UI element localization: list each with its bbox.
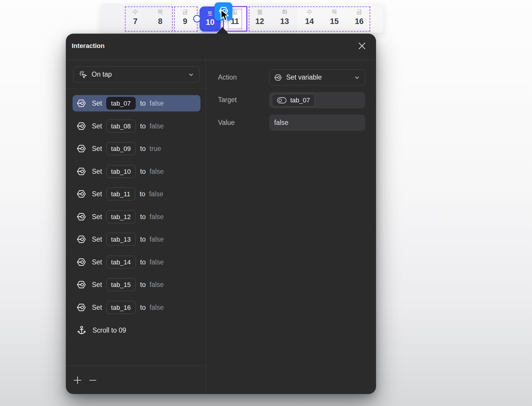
figma-canvas: 수 7 목 8 금 9 토 10 일 11 월 12 화 13 수 14 목 1… bbox=[0, 0, 532, 406]
set-variable-row[interactable]: Set tab_09 to true bbox=[73, 140, 200, 157]
minus-icon bbox=[88, 376, 97, 386]
day-of-week-label: 목 bbox=[148, 8, 173, 15]
set-label: Set bbox=[92, 145, 102, 153]
value-label: false bbox=[149, 190, 163, 198]
calendar-day-cell[interactable]: 화 13 bbox=[272, 4, 297, 33]
value-label: false bbox=[150, 258, 164, 266]
day-of-week-label: 월 bbox=[247, 8, 272, 15]
set-variable-row[interactable]: Set tab_11 to false bbox=[73, 186, 200, 202]
connection-handle[interactable] bbox=[193, 15, 201, 23]
to-label: to bbox=[140, 145, 146, 153]
day-of-week-label: 화 bbox=[272, 8, 297, 15]
trigger-divider bbox=[66, 89, 206, 89]
variable-hexagon-icon bbox=[76, 211, 87, 222]
variable-chip[interactable]: tab_07 bbox=[106, 97, 136, 110]
set-label: Set bbox=[92, 99, 102, 107]
day-of-week-label: 목 bbox=[322, 8, 347, 15]
value-label: Value bbox=[218, 119, 262, 127]
day-of-week-label: 수 bbox=[297, 8, 322, 15]
calendar-day-cell[interactable]: 목 15 bbox=[322, 4, 347, 33]
target-variable-chip[interactable]: tab_07 bbox=[272, 94, 315, 107]
action-type-dropdown[interactable]: Set variable bbox=[269, 69, 365, 85]
trigger-dropdown[interactable]: On tap bbox=[73, 66, 200, 82]
value-text: false bbox=[274, 119, 289, 127]
variable-chip[interactable]: tab_16 bbox=[106, 301, 136, 314]
calendar-days: 수 7 목 8 금 9 토 10 일 11 월 12 화 13 수 14 목 1… bbox=[123, 4, 372, 33]
set-label: Set bbox=[92, 258, 102, 266]
day-of-week-label: 금 bbox=[347, 8, 372, 15]
day-number: 14 bbox=[297, 16, 322, 26]
target-field[interactable]: tab_07 bbox=[269, 92, 365, 108]
variable-chip[interactable]: tab_10 bbox=[106, 165, 136, 178]
close-icon bbox=[358, 42, 366, 51]
chevron-down-icon bbox=[188, 71, 194, 78]
set-label: Set bbox=[92, 281, 102, 289]
calendar-day-cell[interactable]: 수 14 bbox=[297, 4, 322, 33]
remove-action-button[interactable] bbox=[87, 376, 98, 386]
day-number: 16 bbox=[347, 16, 372, 26]
set-label: Set bbox=[92, 168, 102, 176]
scroll-action-label: Scroll to 09 bbox=[92, 326, 126, 334]
set-label: Set bbox=[92, 235, 102, 243]
target-variable-name: tab_07 bbox=[290, 97, 310, 104]
to-label: to bbox=[140, 281, 146, 289]
value-label: false bbox=[150, 168, 164, 176]
to-label: to bbox=[140, 258, 146, 266]
value-label: false bbox=[150, 213, 164, 221]
to-label: to bbox=[140, 190, 145, 198]
calendar-day-cell[interactable]: 수 7 bbox=[123, 4, 148, 33]
calendar-day-cell[interactable]: 월 12 bbox=[247, 4, 272, 33]
action-type-value: Set variable bbox=[286, 73, 322, 81]
set-variable-row[interactable]: Set tab_12 to false bbox=[73, 209, 200, 225]
calendar-day-cell[interactable]: 목 8 bbox=[148, 4, 173, 33]
variable-chip[interactable]: tab_15 bbox=[106, 278, 136, 291]
day-number: 12 bbox=[247, 16, 272, 26]
set-label: Set bbox=[92, 304, 102, 312]
day-number: 8 bbox=[148, 16, 173, 26]
footer-divider bbox=[66, 366, 206, 366]
variable-hexagon-icon bbox=[76, 257, 87, 267]
day-of-week-label: 금 bbox=[173, 8, 198, 15]
close-button[interactable] bbox=[356, 41, 368, 52]
set-variable-row[interactable]: Set tab_14 to false bbox=[73, 254, 200, 270]
set-variable-row[interactable]: Set tab_10 to false bbox=[73, 163, 200, 180]
value-label: false bbox=[150, 99, 164, 107]
target-label: Target bbox=[218, 96, 262, 104]
variable-hexagon-icon bbox=[76, 166, 87, 177]
action-label: Action bbox=[218, 73, 262, 82]
plus-icon bbox=[73, 376, 82, 386]
set-variable-row[interactable]: Set tab_16 to false bbox=[73, 299, 200, 316]
set-variable-row[interactable]: Set tab_07 to false bbox=[73, 95, 200, 111]
value-label: false bbox=[150, 304, 164, 312]
chevron-down-icon bbox=[354, 74, 360, 81]
boolean-toggle-icon bbox=[277, 97, 287, 104]
dialog-title: Interaction bbox=[72, 42, 104, 50]
to-label: to bbox=[140, 122, 146, 130]
variable-chip[interactable]: tab_13 bbox=[106, 233, 136, 246]
value-field[interactable]: false bbox=[269, 115, 365, 131]
variable-chip[interactable]: tab_08 bbox=[106, 120, 136, 133]
variable-chip[interactable]: tab_09 bbox=[106, 142, 136, 155]
anchor-icon bbox=[77, 325, 87, 335]
variable-chip[interactable]: tab_11 bbox=[106, 187, 135, 200]
to-label: to bbox=[140, 99, 146, 107]
day-number: 15 bbox=[322, 16, 347, 26]
variable-hexagon-icon bbox=[274, 73, 282, 82]
set-variable-row[interactable]: Set tab_08 to false bbox=[73, 118, 200, 134]
set-variable-row[interactable]: Set tab_15 to false bbox=[73, 276, 200, 293]
add-action-button[interactable] bbox=[72, 376, 83, 386]
scroll-action-row[interactable]: Scroll to 09 bbox=[73, 322, 200, 338]
day-number: 7 bbox=[123, 16, 148, 26]
value-label: false bbox=[150, 235, 164, 243]
variable-chip[interactable]: tab_12 bbox=[106, 210, 136, 223]
day-number: 13 bbox=[272, 16, 297, 26]
variable-chip[interactable]: tab_14 bbox=[106, 256, 136, 269]
panel-divider bbox=[206, 60, 206, 394]
day-of-week-label: 수 bbox=[123, 8, 148, 15]
variable-hexagon-icon bbox=[76, 234, 87, 245]
set-label: Set bbox=[92, 190, 102, 198]
calendar-day-cell[interactable]: 금 16 bbox=[347, 4, 372, 33]
set-variable-row[interactable]: Set tab_13 to false bbox=[73, 231, 200, 247]
value-label: false bbox=[150, 122, 164, 130]
trigger-label: On tap bbox=[92, 70, 112, 78]
